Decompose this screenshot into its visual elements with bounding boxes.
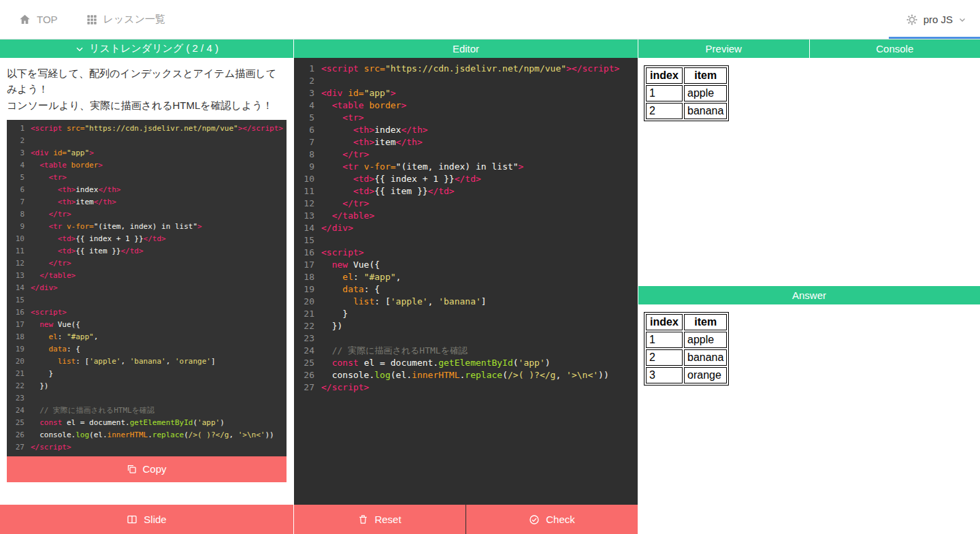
- line-number: 24: [294, 345, 314, 357]
- nav-item-lessons[interactable]: レッスン一覧: [86, 13, 165, 26]
- line-number: 14: [7, 282, 24, 294]
- lesson-title: リストレンダリング ( 2 / 4 ): [89, 42, 218, 55]
- table-row: 2banana: [646, 103, 727, 119]
- code-text: <th>item</th>: [31, 196, 116, 208]
- code-line: 18 el: "#app",: [7, 331, 287, 343]
- copy-button[interactable]: Copy: [7, 456, 287, 482]
- line-number: 25: [294, 357, 314, 369]
- code-text: </table>: [31, 270, 76, 282]
- lessons-grid-icon: [86, 14, 97, 25]
- line-number: 3: [294, 87, 314, 99]
- code-line: 13 </table>: [7, 270, 287, 282]
- code-text: <td>{{ index + 1 }}</td>: [31, 233, 166, 245]
- line-number: 21: [294, 308, 314, 320]
- code-text: }): [321, 320, 342, 332]
- slide-button-label: Slide: [144, 514, 166, 525]
- table-header-cell: index: [646, 314, 683, 330]
- code-line: 21 }: [7, 368, 287, 380]
- code-text: </table>: [321, 210, 374, 222]
- answer-header: Answer: [638, 286, 980, 304]
- code-text: [321, 75, 327, 87]
- table-cell: 2: [646, 103, 683, 119]
- code-text: el: "#app",: [321, 271, 401, 283]
- table-row: 2banana: [646, 349, 727, 366]
- line-number: 19: [7, 343, 24, 356]
- code-text: <th>index</th>: [31, 184, 121, 196]
- code-line: 4 <table border>: [294, 99, 638, 112]
- code-line: 16<script>: [294, 247, 638, 259]
- code-line: 9 <tr v-for="(item, index) in list">: [7, 221, 287, 233]
- answer-area: indexitem1apple2banana3orange: [638, 304, 980, 534]
- code-text: [31, 135, 35, 147]
- lesson-header[interactable]: リストレンダリング ( 2 / 4 ): [0, 40, 293, 58]
- editor-code[interactable]: 1<script src="https://cdn.jsdelivr.net/n…: [294, 58, 638, 505]
- main-area: リストレンダリング ( 2 / 4 ) 以下を写経して、配列のインデックスとアイ…: [0, 40, 980, 534]
- line-number: 13: [7, 270, 24, 282]
- code-line: 11 <td>{{ item }}</td>: [294, 185, 638, 198]
- code-line: 3<div id="app">: [7, 147, 287, 159]
- code-line: 1<script src="https://cdn.jsdelivr.net/n…: [294, 63, 638, 75]
- code-line: 11 <td>{{ item }}</td>: [7, 245, 287, 257]
- top-navbar: TOP レッスン一覧: [0, 0, 980, 40]
- code-text: list: ['apple', 'banana', 'orange']: [31, 356, 216, 368]
- table-header-cell: item: [684, 314, 727, 330]
- code-text: </tr>: [321, 148, 369, 161]
- code-line: 8 </tr>: [294, 148, 638, 161]
- code-line: 7 <th>item</th>: [294, 136, 638, 148]
- code-line: 12 </tr>: [294, 198, 638, 210]
- table-header-row: indexitem: [646, 67, 727, 84]
- code-text: </script>: [31, 441, 71, 454]
- code-text: <td>{{ item }}</td>: [31, 245, 144, 257]
- code-line: 1<script src="https://cdn.jsdelivr.net/n…: [7, 123, 287, 135]
- line-number: 5: [294, 112, 314, 124]
- code-line: 20 list: ['apple', 'banana', 'orange']: [7, 356, 287, 368]
- code-line: 25 const el = document.getElementById('a…: [7, 417, 287, 429]
- tab-console[interactable]: Console: [810, 40, 980, 58]
- line-number: 17: [7, 319, 24, 331]
- output-panel: Preview Console indexitem1apple2banana A…: [638, 40, 980, 534]
- code-text: [31, 294, 35, 307]
- line-number: 3: [7, 147, 24, 159]
- code-line: 17 new Vue({: [7, 319, 287, 331]
- line-number: 16: [294, 247, 314, 259]
- code-line: 17 new Vue({: [294, 259, 638, 271]
- code-text: </div>: [321, 222, 353, 234]
- code-line: 15: [7, 294, 287, 307]
- code-line: 2: [7, 135, 287, 147]
- table-cell: 1: [646, 332, 683, 348]
- lesson-body: 以下を写経して、配列のインデックスとアイテム描画してみよう！ コンソールより、実…: [0, 58, 293, 505]
- line-number: 2: [294, 75, 314, 87]
- slide-button[interactable]: Slide: [0, 505, 293, 534]
- line-number: 21: [7, 368, 24, 380]
- user-menu[interactable]: pro JS: [889, 0, 980, 39]
- code-text: list: ['apple', 'banana']: [321, 296, 487, 308]
- line-number: 6: [7, 184, 24, 196]
- code-text: <td>{{ index + 1 }}</td>: [321, 173, 481, 185]
- code-text: </tr>: [321, 198, 369, 210]
- code-line: 5 <tr>: [294, 112, 638, 124]
- code-text: data: {: [31, 343, 80, 356]
- code-text: console.log(el.innerHTML.replace(/>( )?<…: [31, 429, 274, 441]
- code-text: const el = document.getElementById('app'…: [31, 417, 225, 429]
- line-number: 1: [294, 63, 314, 75]
- code-line: 26 console.log(el.innerHTML.replace(/>( …: [7, 429, 287, 441]
- code-line: 10 <td>{{ index + 1 }}</td>: [7, 233, 287, 245]
- nav-item-top[interactable]: TOP: [19, 14, 58, 25]
- code-line: 24 // 実際に描画されるHTMLを確認: [294, 345, 638, 357]
- line-number: 26: [7, 429, 24, 441]
- check-button-label: Check: [546, 514, 575, 525]
- line-number: 23: [294, 332, 314, 345]
- code-line: 12 </tr>: [7, 257, 287, 270]
- line-number: 25: [7, 417, 24, 429]
- code-line: 16<script>: [7, 307, 287, 319]
- line-number: 18: [294, 271, 314, 283]
- tab-preview[interactable]: Preview: [638, 40, 809, 58]
- code-text: <tr>: [31, 172, 67, 184]
- line-number: 7: [7, 196, 24, 208]
- line-number: 2: [7, 135, 24, 147]
- code-text: console.log(el.innerHTML.replace(/>( )?<…: [321, 369, 609, 381]
- reset-button[interactable]: Reset: [294, 505, 466, 534]
- line-number: 8: [294, 148, 314, 161]
- check-button[interactable]: Check: [466, 505, 638, 534]
- code-text: <table border>: [31, 159, 103, 172]
